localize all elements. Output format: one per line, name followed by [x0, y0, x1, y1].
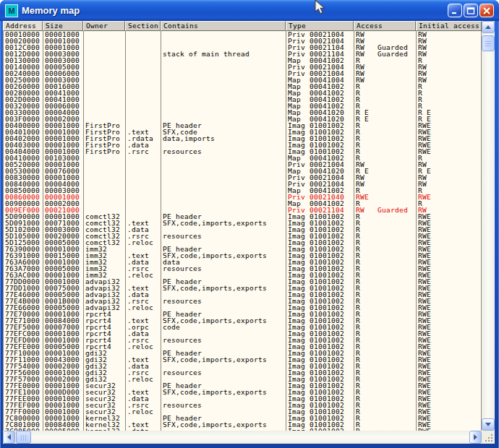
horizontal-scrollbar-thumb[interactable]	[16, 431, 31, 444]
column-header-access[interactable]: Access	[354, 21, 416, 31]
resize-grip[interactable]	[482, 431, 495, 444]
chevron-down-icon	[485, 423, 491, 426]
cell-contains: SFX,code,imports,exports	[163, 285, 267, 291]
app-icon-letter: M	[8, 7, 14, 15]
minimize-button[interactable]	[448, 4, 462, 17]
window-title: Memory map	[22, 5, 80, 16]
cell-contains: SFX,code,imports,exports	[163, 356, 267, 363]
column-header-size[interactable]: Size	[43, 21, 83, 31]
cell-section: .rsrc	[127, 148, 149, 155]
grid-line	[481, 31, 482, 431]
cell-access: RW Guarded	[356, 51, 408, 57]
cell-section: .reloc	[127, 304, 153, 311]
cell-contains: resources	[163, 298, 202, 304]
cell-owner: FirstPro	[85, 148, 120, 155]
cell-contains: SFX,code,imports,exports	[163, 389, 267, 395]
column-header-initial-access[interactable]: Initial access	[416, 21, 482, 31]
cell-section: .reloc	[127, 272, 153, 278]
chevron-right-icon	[474, 434, 477, 440]
cell-section: .reloc	[127, 343, 153, 350]
grid-line	[286, 31, 286, 431]
cell-contains: resources	[163, 265, 202, 272]
column-header-type[interactable]: Type	[286, 21, 354, 31]
cell-section: .reloc	[127, 408, 153, 415]
grid-line	[3, 31, 4, 431]
chevron-left-icon	[7, 434, 11, 440]
maximize-button[interactable]	[464, 4, 478, 17]
cell-contains: resources	[163, 402, 202, 408]
app-icon[interactable]: M	[5, 4, 18, 17]
column-header-address[interactable]: Address	[3, 21, 43, 31]
minimize-icon	[451, 7, 459, 15]
scroll-left-button[interactable]	[3, 431, 15, 444]
grid-line	[83, 31, 84, 431]
chevron-up-icon	[485, 25, 491, 29]
maximize-icon	[466, 7, 475, 15]
cell-contains: data,imports	[163, 135, 215, 142]
grid-line	[354, 31, 354, 431]
memory-table: AddressSizeOwnerSectionContainsTypeAcces…	[3, 21, 482, 431]
scroll-down-button[interactable]	[482, 418, 495, 431]
cell-contains: SFX,code,imports,exports	[163, 220, 267, 226]
cell-access: RW Guarded	[356, 207, 408, 213]
vertical-scrollbar[interactable]	[482, 21, 495, 431]
cell-section: .reloc	[127, 239, 153, 246]
cell-contains: stack of main thread	[163, 51, 250, 57]
table-header: AddressSizeOwnerSectionContainsTypeAcces…	[3, 21, 482, 31]
column-header-section[interactable]: Section	[125, 21, 161, 31]
cell-contains: SFX,code,imports,exports	[163, 421, 267, 428]
cell-contains: resources	[163, 148, 202, 155]
memory-table-body: 0001000000001000Priv 00021004RWRW0002000…	[3, 31, 482, 431]
grid-line	[161, 31, 161, 431]
cell-contains: resources	[163, 369, 202, 376]
close-icon	[482, 7, 491, 15]
window-controls	[448, 4, 494, 17]
vertical-scrollbar-thumb[interactable]	[482, 35, 495, 51]
grid-line	[416, 31, 417, 431]
grid-line	[125, 31, 126, 431]
column-header-contains[interactable]: Contains	[161, 21, 286, 31]
cell-section: .reloc	[127, 376, 153, 382]
memory-map-window: M Memory map AddressSizeOwnerSectionCont…	[0, 0, 499, 448]
cell-contains: resources	[163, 337, 202, 343]
horizontal-scrollbar[interactable]	[3, 431, 482, 444]
titlebar[interactable]: M Memory map	[0, 0, 499, 21]
grid-line	[43, 31, 43, 431]
resize-grip-icon	[491, 440, 492, 441]
client-area: AddressSizeOwnerSectionContainsTypeAcces…	[3, 21, 495, 444]
cell-contains: resources	[163, 233, 202, 239]
scroll-up-button[interactable]	[482, 21, 495, 33]
column-header-owner[interactable]: Owner	[83, 21, 125, 31]
close-button[interactable]	[479, 4, 494, 17]
scroll-right-button[interactable]	[469, 431, 482, 444]
cell-contains: code	[163, 324, 180, 330]
